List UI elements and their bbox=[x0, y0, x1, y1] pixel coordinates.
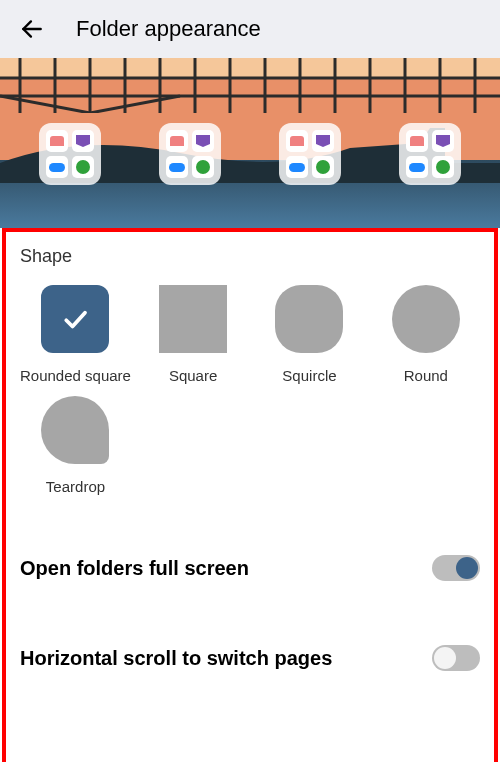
shape-option-teardrop[interactable]: Teardrop bbox=[20, 396, 131, 495]
check-icon bbox=[60, 304, 90, 334]
shape-section-title: Shape bbox=[20, 246, 480, 267]
folder-preview-row bbox=[0, 123, 500, 185]
app-icon bbox=[166, 156, 188, 178]
app-icon bbox=[192, 130, 214, 152]
toggle-horizontal-scroll[interactable] bbox=[432, 645, 480, 671]
wallpaper-preview bbox=[0, 58, 500, 228]
setting-label: Open folders full screen bbox=[20, 557, 249, 580]
shape-section: Shape Rounded square Square Squircle bbox=[0, 228, 500, 495]
setting-open-full-screen: Open folders full screen bbox=[0, 525, 500, 611]
shape-option-rounded-square[interactable]: Rounded square bbox=[20, 285, 131, 384]
shape-label: Squircle bbox=[282, 367, 336, 384]
arrow-left-icon bbox=[19, 16, 45, 42]
setting-horizontal-scroll: Horizontal scroll to switch pages bbox=[0, 611, 500, 701]
app-icon bbox=[432, 130, 454, 152]
shape-swatch bbox=[41, 285, 109, 353]
app-icon bbox=[286, 130, 308, 152]
app-header: Folder appearance bbox=[0, 0, 500, 58]
shape-option-round[interactable]: Round bbox=[372, 285, 480, 384]
back-button[interactable] bbox=[16, 13, 48, 45]
shape-label: Rounded square bbox=[20, 367, 131, 384]
toggle-knob bbox=[434, 647, 456, 669]
shape-swatch bbox=[392, 285, 460, 353]
shape-option-squircle[interactable]: Squircle bbox=[255, 285, 363, 384]
settings-content: Shape Rounded square Square Squircle bbox=[0, 228, 500, 701]
app-icon bbox=[312, 156, 334, 178]
app-icon bbox=[432, 156, 454, 178]
app-icon bbox=[406, 156, 428, 178]
app-icon bbox=[72, 130, 94, 152]
shape-swatch bbox=[41, 396, 109, 464]
svg-line-18 bbox=[90, 96, 180, 113]
shape-label: Square bbox=[169, 367, 217, 384]
folder-preview-item bbox=[399, 123, 461, 185]
toggle-open-full-screen[interactable] bbox=[432, 555, 480, 581]
app-icon bbox=[406, 130, 428, 152]
svg-line-17 bbox=[0, 96, 90, 113]
app-icon bbox=[286, 156, 308, 178]
app-icon bbox=[312, 130, 334, 152]
shape-option-square[interactable]: Square bbox=[139, 285, 247, 384]
page-title: Folder appearance bbox=[76, 16, 261, 42]
folder-preview-item bbox=[39, 123, 101, 185]
app-icon bbox=[46, 130, 68, 152]
app-icon bbox=[166, 130, 188, 152]
app-icon bbox=[192, 156, 214, 178]
shape-options-grid: Rounded square Square Squircle Round Tea… bbox=[20, 285, 480, 495]
folder-preview-item bbox=[279, 123, 341, 185]
bridge-silhouette bbox=[0, 58, 500, 113]
folder-preview-item bbox=[159, 123, 221, 185]
shape-label: Round bbox=[404, 367, 448, 384]
toggle-knob bbox=[456, 557, 478, 579]
shape-swatch bbox=[275, 285, 343, 353]
shape-label: Teardrop bbox=[46, 478, 105, 495]
setting-label: Horizontal scroll to switch pages bbox=[20, 647, 332, 670]
app-icon bbox=[46, 156, 68, 178]
app-icon bbox=[72, 156, 94, 178]
shape-swatch bbox=[159, 285, 227, 353]
